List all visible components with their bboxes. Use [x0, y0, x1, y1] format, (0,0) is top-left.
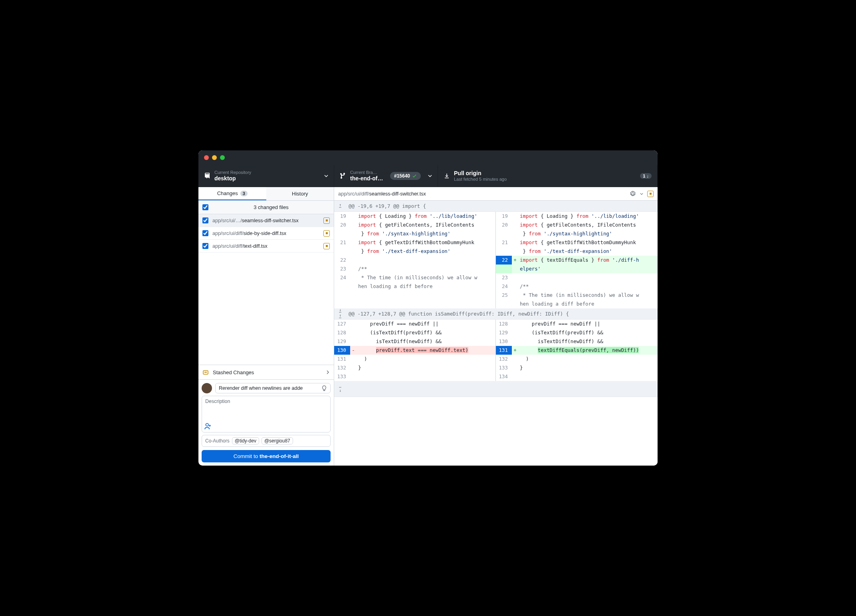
diff-line[interactable]: elpers' [496, 265, 658, 273]
diff-marker [512, 221, 518, 229]
line-number: 133 [334, 372, 350, 381]
commit-summary-input[interactable]: Rerender diff when newlines are adde [215, 383, 331, 393]
select-all-checkbox[interactable] [202, 204, 208, 210]
line-number: 132 [334, 363, 350, 372]
diff-line[interactable]: 132 } [334, 363, 495, 372]
hunk-header[interactable]: ↑⋯ @@ -19,6 +19,7 @@ import { [334, 201, 658, 212]
diff-line[interactable]: } from './text-diff-expansion' [334, 247, 495, 256]
diff-line[interactable]: 129 (isTextDiff(prevDiff) && [496, 328, 658, 337]
close-icon[interactable] [204, 155, 209, 160]
repo-switcher[interactable]: Current Repository desktop [198, 165, 334, 187]
pr-number: #15640 [394, 173, 410, 179]
add-person-icon[interactable] [204, 423, 212, 430]
line-number: 23 [334, 265, 350, 273]
diff-line[interactable]: 134 [496, 372, 658, 381]
avatar[interactable] [202, 383, 212, 393]
diff-marker [512, 229, 518, 238]
stashed-changes-row[interactable]: Stashed Changes [198, 365, 334, 380]
coauthor-tag[interactable]: @sergiou87 [262, 437, 293, 444]
file-row[interactable]: app/src/ui/diff/text-diff.tsx [198, 240, 334, 253]
diff-line[interactable]: 132 ) [496, 355, 658, 363]
expand-up-icon[interactable]: ↑⋯ [337, 314, 343, 319]
pr-badge[interactable]: #15640 [390, 172, 421, 180]
coauthors-row[interactable]: Co-Authors @tidy-dev @sergiou87 [202, 435, 331, 447]
expand-down-icon[interactable]: ↓ [337, 389, 343, 392]
diff-line[interactable]: 19 import { Loading } from '../lib/loadi… [496, 212, 658, 221]
diff-line[interactable]: 20 import { getFileContents, IFileConten… [496, 221, 658, 229]
pull-button[interactable]: Pull origin Last fetched 5 minutes ago 1… [438, 165, 658, 187]
line-number: 129 [496, 328, 512, 337]
stash-label: Stashed Changes [213, 369, 254, 375]
file-checkbox[interactable] [202, 217, 208, 223]
gear-icon[interactable] [630, 191, 636, 197]
diff-line[interactable]: 24 * The time (in milliseconds) we allow… [334, 273, 495, 282]
hunk-expander-bottom[interactable]: ⋯ ↓ [334, 381, 658, 397]
line-content: import { getFileContents, IFileContents [518, 221, 658, 229]
diff-line[interactable]: hen loading a diff before [496, 300, 658, 308]
commit-summary-text: Rerender diff when newlines are adde [219, 385, 303, 391]
diff-line[interactable]: } from './syntax-highlighting' [496, 229, 658, 238]
chevron-down-icon[interactable] [640, 192, 643, 195]
diff-line[interactable]: 130 - prevDiff.text === newDiff.text) [334, 346, 495, 355]
line-number [496, 265, 512, 273]
file-row[interactable]: app/src/ui/diff/side-by-side-diff.tsx [198, 227, 334, 240]
diff-line[interactable]: 21 import { getTextDiffWithBottomDummyHu… [496, 238, 658, 247]
diff-line[interactable]: 22 + import { textDiffEquals } from './d… [496, 256, 658, 265]
diff-line[interactable]: 25 * The time (in milliseconds) we allow… [496, 291, 658, 300]
diff-marker [512, 247, 518, 256]
diff-line[interactable]: 130 isTextDiff(newDiff) && [496, 337, 658, 346]
diff-line[interactable]: 129 isTextDiff(newDiff) && [334, 337, 495, 346]
diff-line[interactable]: 23 [496, 273, 658, 282]
line-content: elpers' [518, 265, 658, 273]
modified-icon [323, 230, 330, 237]
file-checkbox[interactable] [202, 230, 208, 236]
expand-up-icon[interactable]: ↑⋯ [337, 204, 343, 209]
file-checkbox[interactable] [202, 243, 208, 249]
line-number [334, 282, 350, 291]
diff-line[interactable]: hen loading a diff before [334, 282, 495, 291]
diff-line[interactable]: 128 (isTextDiff(prevDiff) && [334, 328, 495, 337]
expand-down-icon[interactable]: ↓⋯ [337, 309, 343, 314]
modified-icon [647, 191, 654, 197]
diff-line[interactable]: 131 ) [334, 355, 495, 363]
sidebar: Changes 3 History 3 changed files app/sr… [198, 187, 334, 466]
line-number: 130 [496, 337, 512, 346]
diff-line[interactable]: 20 import { getFileContents, IFileConten… [334, 221, 495, 229]
diff-line[interactable]: 127 prevDiff === newDiff || [334, 320, 495, 328]
line-number: 20 [496, 221, 512, 229]
minimize-icon[interactable] [212, 155, 217, 160]
stash-icon [202, 369, 209, 375]
desc-placeholder: Description [205, 399, 230, 404]
line-number: 131 [334, 355, 350, 363]
diff-line[interactable]: 131 + textDiffEquals(prevDiff, newDiff)) [496, 346, 658, 355]
line-content: hen loading a diff before [357, 282, 495, 291]
diff-line[interactable]: } from './syntax-highlighting' [334, 229, 495, 238]
tab-history[interactable]: History [266, 187, 334, 200]
file-row[interactable]: app/src/ui/…/seamless-diff-switcher.tsx [198, 214, 334, 227]
line-content: } [357, 363, 495, 372]
diff-line[interactable]: 19 import { Loading } from '../lib/loadi… [334, 212, 495, 221]
diff-body[interactable]: ↑⋯ @@ -19,6 +19,7 @@ import { 19 import … [334, 201, 658, 466]
commit-button[interactable]: Commit to the-end-of-it-all [202, 450, 331, 462]
commit-description-input[interactable]: Description [202, 396, 331, 432]
diff-line[interactable]: 133 [334, 372, 495, 381]
diff-line[interactable]: 24 /** [496, 282, 658, 291]
commit-btn-branch: the-end-of-it-all [260, 453, 299, 459]
diff-line[interactable]: } from './text-diff-expansion' [496, 247, 658, 256]
diff-line[interactable]: 128 prevDiff === newDiff || [496, 320, 658, 328]
coauthor-tag[interactable]: @tidy-dev [232, 437, 259, 444]
chevron-down-icon [324, 174, 328, 178]
hunk-header[interactable]: ↓⋯↑⋯ @@ -127,7 +128,7 @@ function isSame… [334, 308, 658, 320]
line-content: hen loading a diff before [518, 300, 658, 308]
commit-btn-prefix: Commit to [234, 453, 260, 459]
diff-line[interactable]: 21 import { getTextDiffWithBottomDummyHu… [334, 238, 495, 247]
branch-switcher[interactable]: Current Bra… the-end-of… #15640 [334, 165, 438, 187]
diff-line[interactable]: 22 [334, 256, 495, 265]
diff-line[interactable]: 23 /** [334, 265, 495, 273]
diff-line[interactable]: 133 } [496, 363, 658, 372]
diff-marker [350, 221, 357, 229]
line-content: prevDiff === newDiff || [518, 320, 658, 328]
file-path: app/src/ui/…/seamless-diff-switcher.tsx [212, 218, 319, 223]
maximize-icon[interactable] [220, 155, 225, 160]
tab-changes[interactable]: Changes 3 [198, 187, 266, 200]
